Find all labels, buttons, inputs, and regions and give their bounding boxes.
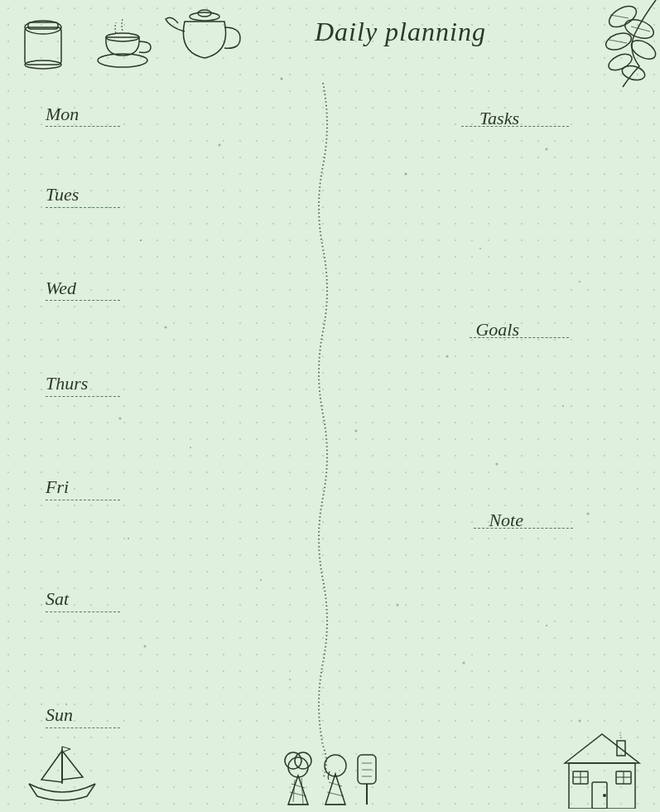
svg-line-23 bbox=[329, 782, 342, 786]
tasks-underline bbox=[461, 126, 569, 127]
note-underline bbox=[474, 528, 573, 529]
day-sat: Sat bbox=[46, 588, 69, 610]
svg-point-21 bbox=[295, 752, 311, 769]
svg-rect-1 bbox=[25, 27, 61, 65]
day-tues-underline bbox=[46, 207, 120, 208]
day-thurs: Thurs bbox=[46, 373, 88, 394]
day-sun: Sun bbox=[46, 704, 73, 726]
svg-rect-3 bbox=[28, 22, 58, 29]
day-mon: Mon bbox=[46, 104, 79, 125]
svg-rect-31 bbox=[569, 763, 635, 809]
svg-point-49 bbox=[119, 418, 122, 420]
day-tues: Tues bbox=[46, 184, 79, 205]
svg-point-48 bbox=[579, 281, 581, 283]
boat-icon bbox=[25, 742, 99, 808]
svg-point-12 bbox=[606, 51, 634, 73]
svg-point-46 bbox=[479, 248, 481, 249]
icecream-icon bbox=[282, 742, 381, 812]
svg-point-51 bbox=[562, 405, 564, 407]
svg-point-59 bbox=[546, 625, 547, 626]
house-icon bbox=[561, 726, 652, 812]
teacup-icon bbox=[91, 12, 166, 74]
svg-point-58 bbox=[397, 604, 399, 607]
svg-point-54 bbox=[496, 463, 499, 466]
day-sat-underline bbox=[46, 611, 120, 612]
svg-point-61 bbox=[289, 679, 291, 680]
svg-point-53 bbox=[355, 430, 358, 433]
svg-point-42 bbox=[219, 144, 221, 147]
day-thurs-underline bbox=[46, 396, 120, 397]
jar-icon bbox=[17, 12, 70, 78]
svg-point-52 bbox=[190, 447, 191, 448]
page-title: Daily planning bbox=[315, 17, 486, 47]
svg-point-20 bbox=[285, 752, 301, 769]
day-sun-underline bbox=[46, 727, 120, 728]
day-mon-underline bbox=[46, 126, 120, 127]
planner-page: Daily planning bbox=[0, 0, 660, 812]
day-wed-underline bbox=[46, 300, 120, 301]
svg-rect-26 bbox=[358, 755, 376, 784]
teapot-icon bbox=[161, 7, 244, 76]
svg-point-7 bbox=[198, 10, 211, 17]
svg-point-34 bbox=[603, 794, 606, 797]
day-fri: Fri bbox=[46, 476, 69, 498]
svg-point-64 bbox=[579, 720, 581, 723]
svg-point-9 bbox=[623, 16, 657, 41]
wavy-divider bbox=[306, 83, 340, 779]
svg-point-41 bbox=[281, 78, 283, 80]
svg-point-55 bbox=[128, 538, 129, 539]
svg-point-45 bbox=[546, 148, 548, 151]
day-wed: Wed bbox=[46, 278, 76, 299]
svg-point-62 bbox=[463, 662, 465, 665]
svg-point-47 bbox=[165, 326, 167, 329]
plant-icon bbox=[561, 0, 660, 94]
day-fri-underline bbox=[46, 500, 120, 500]
svg-point-56 bbox=[587, 513, 590, 515]
svg-point-8 bbox=[605, 2, 639, 31]
svg-point-57 bbox=[260, 579, 262, 581]
svg-point-43 bbox=[405, 173, 407, 176]
svg-point-50 bbox=[446, 355, 449, 358]
svg-point-44 bbox=[140, 239, 142, 241]
svg-point-60 bbox=[144, 645, 147, 648]
goals-underline bbox=[470, 337, 569, 338]
